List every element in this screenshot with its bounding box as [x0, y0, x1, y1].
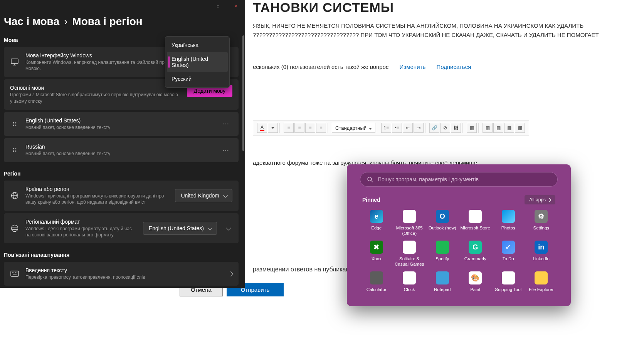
- restore-button[interactable]: □: [209, 0, 227, 12]
- regional-format-card[interactable]: Регіональний формат Windows і деякі прог…: [4, 213, 239, 243]
- app-label: Spotify: [435, 256, 449, 261]
- app-label: Snipping Tool: [495, 287, 521, 292]
- chevron-down-icon: [223, 192, 227, 199]
- link-button[interactable]: 🔗: [429, 123, 439, 133]
- align-left-button[interactable]: ≡: [284, 123, 294, 133]
- unordered-list-button[interactable]: •≡: [392, 123, 402, 133]
- more-button[interactable]: ⋯: [219, 144, 232, 157]
- country-select[interactable]: United Kingdom: [175, 189, 232, 202]
- drag-handle-icon[interactable]: [10, 121, 19, 127]
- same-question-count: ескольких (0) пользователей есть такой ж…: [253, 64, 388, 70]
- app-label: Edge: [371, 225, 382, 231]
- start-tile[interactable]: ✂Snipping Tool: [492, 270, 525, 300]
- table-button[interactable]: ▦: [467, 123, 477, 133]
- language-item[interactable]: English (United States)мовний пакет, осн…: [4, 112, 239, 136]
- start-tile[interactable]: 🎨Paint: [459, 270, 492, 300]
- start-tile[interactable]: Photos: [492, 208, 525, 238]
- svg-point-18: [12, 225, 18, 231]
- svg-rect-0: [11, 59, 18, 64]
- app-label: Xbox: [372, 256, 382, 261]
- forum-heading: ТАНОВКИ СИСТЕМЫ: [253, 0, 636, 15]
- unlink-button[interactable]: ⊘: [440, 123, 450, 133]
- align-justify-button[interactable]: ≡: [316, 123, 326, 133]
- start-tile[interactable]: eEdge: [360, 208, 393, 238]
- start-tile[interactable]: Microsoft Store: [459, 208, 492, 238]
- language-item[interactable]: Russianмовний пакет, основне введення те…: [4, 138, 239, 162]
- image-button[interactable]: 🖼: [451, 123, 461, 133]
- app-icon: [436, 241, 449, 254]
- svg-point-6: [15, 124, 17, 125]
- app-icon: [502, 210, 515, 223]
- svg-point-13: [13, 151, 14, 152]
- language-menu-item[interactable]: Русский: [165, 72, 229, 86]
- start-tile[interactable]: Microsoft 365 (Office): [393, 208, 426, 238]
- monitor-icon: [10, 59, 19, 65]
- subscribe-link[interactable]: Подписаться: [436, 64, 471, 70]
- start-tile[interactable]: ✓To Do: [492, 239, 525, 269]
- font-color-chevron[interactable]: [268, 123, 278, 133]
- start-tile[interactable]: GGrammarly: [459, 239, 492, 269]
- start-search[interactable]: [360, 172, 558, 187]
- start-tile[interactable]: File Explorer: [525, 270, 558, 300]
- font-color-button[interactable]: A: [257, 123, 267, 133]
- svg-point-11: [13, 150, 14, 151]
- drag-handle-icon[interactable]: [10, 147, 19, 153]
- start-tile[interactable]: ◔Clock: [393, 270, 426, 300]
- start-tile[interactable]: ♠Solitaire & Casual Games: [393, 239, 426, 269]
- chevron-right-icon: [229, 270, 232, 277]
- start-tile[interactable]: inLinkedIn: [525, 239, 558, 269]
- app-icon: in: [535, 241, 548, 254]
- app-icon: ◔: [403, 271, 416, 284]
- language-name: English (United States): [25, 117, 213, 124]
- edit-link[interactable]: Изменить: [400, 64, 426, 70]
- more-button[interactable]: ⋯: [219, 117, 232, 131]
- start-tile[interactable]: Spotify: [426, 239, 459, 269]
- start-tile[interactable]: Notepad: [426, 270, 459, 300]
- svg-line-27: [371, 181, 373, 182]
- close-button[interactable]: ✕: [227, 0, 245, 12]
- format-select[interactable]: English (United States): [143, 222, 217, 235]
- language-menu-item[interactable]: English (United States): [167, 52, 228, 72]
- pinned-label: Pinned: [362, 197, 380, 203]
- scrollbar[interactable]: [242, 35, 244, 151]
- breadcrumb-parent[interactable]: Час і мова: [4, 15, 59, 28]
- display-language-menu: УкраїнськаEnglish (United States)Русский: [165, 36, 230, 88]
- start-search-input[interactable]: [378, 176, 550, 182]
- table-col-button[interactable]: ▦: [493, 123, 503, 133]
- app-label: Settings: [533, 225, 549, 231]
- editor-toolbar: A ≡ ≡ ≡ ≡ Стандартный 1≡ •≡ ⇤ ⇥ 🔗 ⊘ 🖼 ▦: [253, 120, 529, 136]
- start-tile[interactable]: ⚙Settings: [525, 208, 558, 238]
- align-center-button[interactable]: ≡: [294, 123, 304, 133]
- all-apps-button[interactable]: All apps: [525, 195, 555, 204]
- svg-point-12: [15, 150, 17, 151]
- align-right-button[interactable]: ≡: [305, 123, 315, 133]
- table-row-button[interactable]: ▦: [483, 123, 493, 133]
- indent-button[interactable]: ⇥: [414, 123, 424, 133]
- globe-icon: [10, 224, 19, 232]
- app-label: Notepad: [434, 287, 451, 292]
- forum-body: ЯЗЫК, НИЧЕГО НЕ МЕНЯЕТСЯ ПОЛОВИНА СИСТЕМ…: [253, 21, 636, 40]
- svg-point-10: [15, 148, 17, 149]
- table-cell-button[interactable]: ▦: [504, 123, 514, 133]
- start-tile[interactable]: ✖Xbox: [360, 239, 393, 269]
- start-tile[interactable]: OOutlook (new): [426, 208, 459, 238]
- svg-point-14: [15, 151, 17, 152]
- language-sub: мовний пакет, основне введення тексту: [25, 151, 213, 157]
- language-menu-item[interactable]: Українська: [165, 38, 229, 52]
- settings-window: □ ✕ Час і мова › Мова і регіон Мова Мова…: [0, 0, 245, 288]
- start-tile[interactable]: Calculator: [360, 270, 393, 300]
- outdent-button[interactable]: ⇤: [403, 123, 413, 133]
- style-select[interactable]: Стандартный: [332, 123, 375, 133]
- app-icon: ✂: [502, 271, 515, 284]
- ordered-list-button[interactable]: 1≡: [381, 123, 391, 133]
- svg-point-5: [13, 124, 14, 125]
- language-sub: мовний пакет, основне введення тексту: [25, 124, 213, 131]
- typing-card[interactable]: Введення тексту Перевірка правопису, авт…: [4, 262, 239, 286]
- app-label: Clock: [404, 287, 415, 292]
- section-related-label: Пов'язані налаштування: [4, 252, 239, 258]
- expand-chevron[interactable]: [223, 225, 232, 232]
- app-icon: ⚙: [535, 210, 548, 223]
- table-del-button[interactable]: ▦: [515, 123, 525, 133]
- app-label: To Do: [503, 256, 514, 261]
- svg-point-26: [368, 177, 372, 181]
